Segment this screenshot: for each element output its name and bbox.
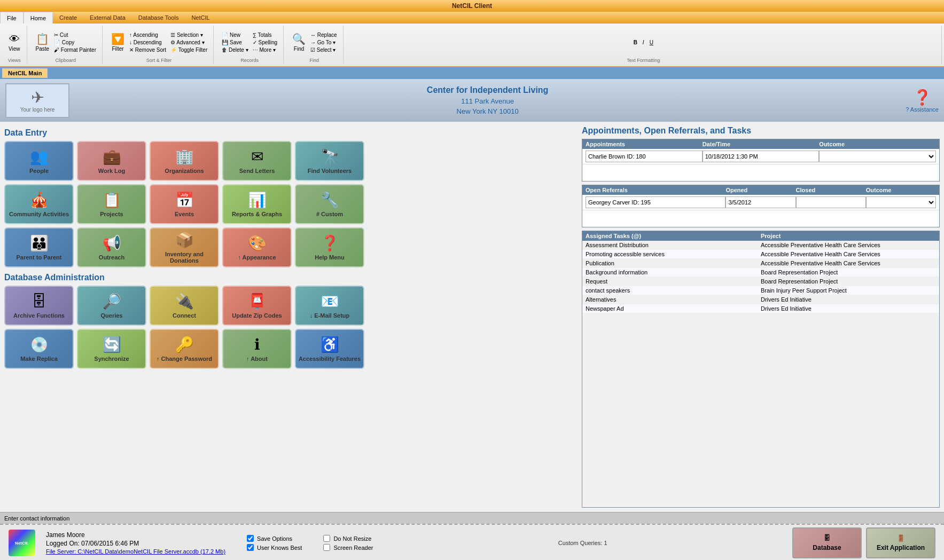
italic-button[interactable]: I [641,39,646,46]
cut-button[interactable]: ✂ Cut [52,31,98,38]
toggle-filter-button[interactable]: ⚡ Toggle Filter [169,46,209,53]
appointment-datetime[interactable] [703,151,820,162]
filter-button[interactable]: 🔽 Filter [109,31,127,53]
database-button[interactable]: 🗄 Database [792,527,862,558]
db-admin-btn-make-replica[interactable]: 💿Make Replica [4,329,74,369]
db-admin-btn-connect[interactable]: 🔌Connect [150,286,219,326]
table-row: contact speakersBrain Injury Peer Suppor… [582,286,939,295]
footer-fileserver[interactable]: File Server: C:\NetCIL Data\demoNetCIL F… [46,548,225,555]
underline-button[interactable]: U [648,39,655,46]
data-entry-btn-find-volunteers[interactable]: 🔭Find Volunteers [295,141,364,181]
ref-col1: Open Referrals [586,187,725,193]
appointments-header: Appointments Date/Time Outcome [582,139,939,149]
screen-reader-checkbox[interactable] [323,544,330,551]
header-address2: New York NY 10010 [69,107,906,115]
screen-reader-label: Screen Reader [333,545,373,551]
data-entry-btn-community-activities[interactable]: 🎪Community Activities [4,184,74,224]
tab-database-tools[interactable]: Database Tools [132,12,185,23]
appointments-title: Appointments, Open Referrals, and Tasks [582,126,940,136]
bold-button[interactable]: B [632,39,639,46]
db-admin-btn-accessibility-features[interactable]: ♿Accessibility Features [295,329,364,369]
data-entry-title: Data Entry [4,128,576,138]
ribbon-group-text-formatting: B I U Text Formatting [346,26,942,64]
do-not-resize-checkbox[interactable] [323,535,330,542]
tab-netcil[interactable]: NetCIL [185,12,216,23]
assistance-button[interactable]: ❓ ? Assistance [906,89,939,113]
tasks-col1: Assigned Tasks (@) [586,233,761,239]
footer-loggedon: Logged On: 07/06/2015 6:46 PM [46,540,225,547]
goto-button[interactable]: → Go To ▾ [309,39,338,46]
db-admin-btn--change-password[interactable]: 🔑↑ Change Password [150,329,219,369]
replace-button[interactable]: ↔ Replace [309,31,338,38]
footer: NetCIL James Moore Logged On: 07/06/2015… [0,524,944,560]
spelling-button[interactable]: ✓ Spelling [251,39,279,46]
new-button[interactable]: 📄 New [220,31,249,38]
appointments-panel: Appointments Date/Time Outcome [582,139,940,182]
do-not-resize-row: Do Not Resize [323,535,373,542]
format-painter-button[interactable]: 🖌 Format Painter [52,46,98,53]
remove-sort-button[interactable]: ✕ Remove Sort [128,46,168,53]
status-label: Enter contact information [4,515,69,522]
db-admin-btn-update-zip-codes[interactable]: 📮Update Zip Codes [222,286,292,326]
app-header: ✈ Your logo here Center for Independent … [0,79,944,122]
exit-button[interactable]: 🚪 Exit Application [866,527,935,558]
data-entry-btn-people[interactable]: 👥People [4,141,74,181]
ribbon-group-filter: 🔽 Filter ↑ Ascending ↓ Descending ✕ Remo… [105,26,214,64]
data-entry-btn-parent-to-parent[interactable]: 👪Parent to Parent [4,227,74,267]
data-entry-btn-reports--graphs[interactable]: 📊Reports & Graphs [222,184,292,224]
netcil-main-tab[interactable]: NetCIL Main [2,68,48,78]
totals-button[interactable]: ∑ Totals [251,31,279,38]
data-entry-btn-help-menu[interactable]: ❓Help Menu [295,227,364,267]
db-admin-btn-archive-functions[interactable]: 🗄Archive Functions [4,286,74,326]
data-entry-btn--custom[interactable]: 🔧# Custom [295,184,364,224]
find-button[interactable]: 🔍 Find [290,31,308,53]
referral-closed[interactable] [796,196,866,208]
referral-opened[interactable] [725,196,795,208]
data-entry-btn-work-log[interactable]: 💼Work Log [77,141,146,181]
tab-external-data[interactable]: External Data [83,12,132,23]
view-button[interactable]: 👁 View [6,32,22,53]
selection-button[interactable]: ☰ Selection ▾ [169,31,209,38]
user-knows-best-checkbox[interactable] [247,544,254,551]
advanced-button[interactable]: ⚙ Advanced ▾ [169,39,209,46]
tab-create[interactable]: Create [53,12,83,23]
referrals-header: Open Referrals Opened Closed Outcome [582,185,939,195]
referral-outcome[interactable] [866,196,936,208]
more-button[interactable]: ⋯ More ▾ [251,46,279,53]
tab-file[interactable]: File [0,12,24,23]
data-entry-btn-send-letters[interactable]: ✉Send Letters [222,141,292,181]
exit-icon: 🚪 [897,534,905,542]
appt-col1: Appointments [586,141,703,147]
ascending-button[interactable]: ↑ Ascending [128,31,168,38]
assistance-label: ? Assistance [906,106,939,113]
save-button[interactable]: 💾 Save [220,39,249,46]
copy-button[interactable]: 📄 Copy [52,39,98,46]
db-admin-btn--e-mail-setup[interactable]: 📧↓ E-Mail Setup [295,286,364,326]
ribbon-group-find: 🔍 Find ↔ Replace → Go To ▾ ☑ Select ▾ Fi… [286,26,343,64]
tasks-body: Assessment DistributionAccessible Preven… [582,241,939,313]
select-button[interactable]: ☑ Select ▾ [309,46,338,53]
save-options-checkbox[interactable] [247,535,254,542]
data-entry-btn-outreach[interactable]: 📢Outreach [77,227,146,267]
data-entry-btn--appearance[interactable]: 🎨↑ Appearance [222,227,292,267]
data-entry-btn-inventory-and-donations[interactable]: 📦Inventory and Donations [150,227,219,267]
paste-button[interactable]: 📋 Paste [34,31,52,53]
data-entry-btn-organizations[interactable]: 🏢Organizations [150,141,219,181]
appointment-outcome[interactable] [819,151,936,162]
db-admin-btn-synchronize[interactable]: 🔄Synchronize [77,329,146,369]
user-knows-best-label: User Knows Best [257,545,302,551]
db-admin-btn--about[interactable]: ℹ↑ About [222,329,292,369]
referral-name[interactable] [586,196,725,208]
delete-button[interactable]: 🗑 Delete ▾ [220,46,249,53]
tasks-col2: Project [761,233,936,239]
right-panel: Appointments, Open Referrals, and Tasks … [582,126,940,508]
data-entry-btn-events[interactable]: 📅Events [150,184,219,224]
appointment-name[interactable] [586,151,703,162]
ribbon-group-views: 👁 View Views [2,26,27,64]
descending-button[interactable]: ↓ Descending [128,39,168,46]
tasks-header: Assigned Tasks (@) Project [582,231,939,241]
tab-home[interactable]: Home [24,12,53,23]
data-entry-btn-projects[interactable]: 📋Projects [77,184,146,224]
db-admin-btn-queries[interactable]: 🔎Queries [77,286,146,326]
table-row: Promoting accessible servicesAccessible … [582,250,939,259]
